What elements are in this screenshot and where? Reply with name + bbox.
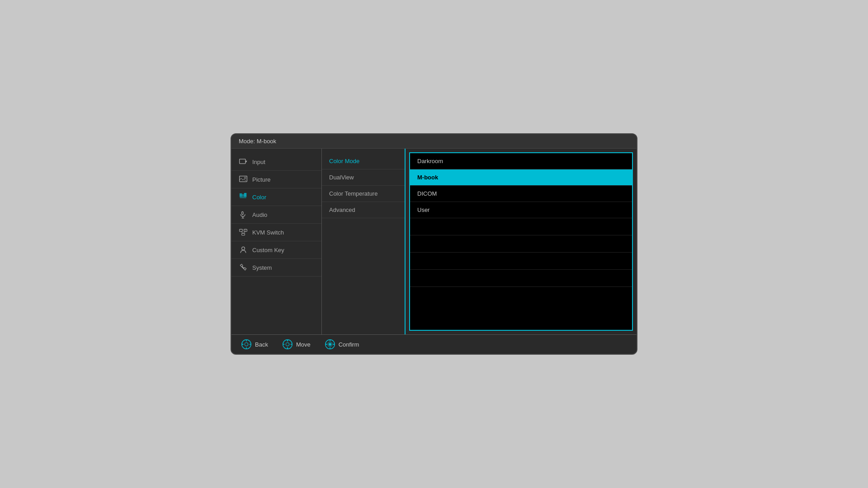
dropdown-item-dicom[interactable]: DICOM [410, 186, 632, 202]
middle-label-color-mode: Color Mode [329, 158, 359, 164]
move-label: Move [296, 341, 311, 348]
svg-rect-11 [240, 229, 243, 231]
svg-point-35 [329, 343, 331, 346]
dropdown-list: Darkroom M-book DICOM User [409, 152, 633, 331]
svg-point-3 [245, 177, 246, 178]
sidebar-item-color[interactable]: Color [231, 188, 321, 206]
svg-marker-40 [326, 343, 327, 345]
content-area: Input Picture Color [231, 149, 637, 334]
sidebar-label-picture: Picture [252, 176, 270, 183]
svg-marker-41 [333, 343, 334, 345]
svg-point-17 [242, 247, 245, 250]
middle-label-color-temperature: Color Temperature [329, 190, 377, 197]
sidebar-item-custom-key[interactable]: Custom Key [231, 241, 321, 259]
svg-marker-32 [287, 347, 288, 348]
svg-marker-24 [243, 343, 244, 345]
middle-column: Color Mode DualView Color Temperature Ad… [322, 149, 406, 334]
nav-move[interactable]: Move [282, 338, 311, 350]
picture-icon [239, 175, 248, 184]
middle-item-advanced[interactable]: Advanced [322, 202, 405, 218]
bottom-bar: Back Move [231, 334, 637, 354]
sidebar-item-kvm[interactable]: 2 KVM Switch [231, 224, 321, 241]
svg-rect-8 [242, 211, 243, 215]
back-icon [241, 338, 252, 350]
svg-rect-5 [242, 194, 244, 197]
dropdown-item-empty1 [410, 218, 632, 235]
system-icon [239, 263, 248, 272]
middle-item-dualview[interactable]: DualView [322, 169, 405, 186]
sidebar-item-input[interactable]: Input [231, 153, 321, 171]
sidebar-label-kvm: KVM Switch [252, 229, 284, 236]
svg-point-26 [286, 343, 289, 346]
sidebar-item-picture[interactable]: Picture [231, 171, 321, 188]
dropdown-item-darkroom[interactable]: Darkroom [410, 153, 632, 169]
svg-point-19 [245, 343, 248, 346]
kvm-icon: 2 [239, 228, 248, 237]
sidebar-item-audio[interactable]: Audio [231, 206, 321, 224]
dropdown-item-mbook[interactable]: M-book [410, 169, 632, 186]
sidebar-label-color: Color [252, 194, 266, 201]
middle-label-dualview: DualView [329, 174, 354, 181]
confirm-label: Confirm [339, 341, 359, 348]
move-icon [282, 338, 293, 350]
sidebar: Input Picture Color [231, 149, 322, 334]
sidebar-label-custom-key: Custom Key [252, 247, 284, 253]
audio-icon [239, 210, 248, 219]
middle-item-color-temperature[interactable]: Color Temperature [322, 186, 405, 202]
svg-text:2: 2 [245, 230, 246, 232]
svg-line-14 [241, 231, 243, 233]
dropdown-item-empty2 [410, 235, 632, 253]
input-icon [239, 157, 248, 166]
color-icon [239, 192, 248, 202]
dropdown-item-empty4 [410, 270, 632, 287]
dropdown-item-user[interactable]: User [410, 202, 632, 218]
svg-rect-6 [245, 193, 246, 197]
middle-item-color-mode[interactable]: Color Mode [322, 153, 405, 169]
monitor-window: Mode: M-book Input Picture [231, 133, 637, 355]
custom-key-icon [239, 245, 248, 254]
sidebar-label-audio: Audio [252, 211, 267, 218]
confirm-icon [324, 338, 336, 350]
nav-confirm[interactable]: Confirm [324, 338, 359, 350]
sidebar-label-input: Input [252, 159, 265, 165]
svg-line-15 [243, 231, 245, 233]
svg-rect-4 [240, 194, 242, 197]
title-text: Mode: M-book [239, 138, 276, 145]
back-label: Back [255, 341, 268, 348]
svg-rect-0 [240, 159, 245, 164]
sidebar-label-system: System [252, 264, 272, 271]
sidebar-item-system[interactable]: System [231, 259, 321, 277]
title-bar: Mode: M-book [231, 134, 637, 149]
nav-back[interactable]: Back [241, 338, 268, 350]
dropdown-item-empty3 [410, 253, 632, 270]
svg-marker-31 [287, 340, 288, 341]
middle-label-advanced: Advanced [329, 206, 355, 213]
svg-rect-13 [242, 234, 245, 235]
